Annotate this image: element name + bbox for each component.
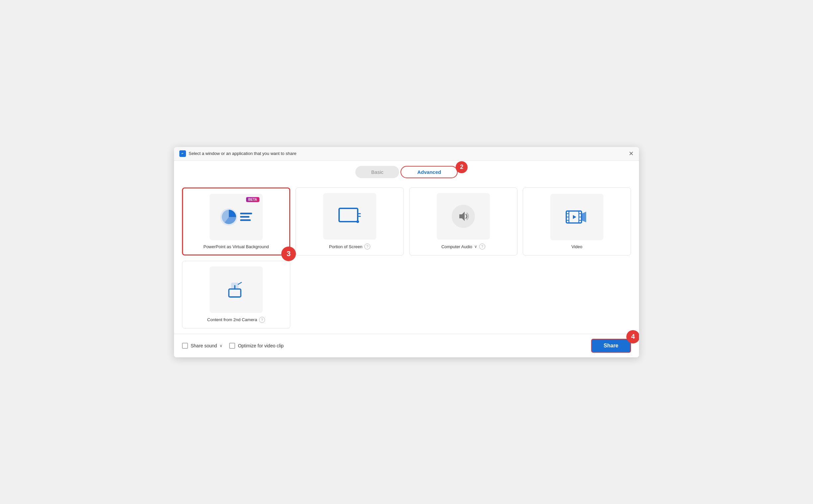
badge-4: 4 <box>627 330 639 343</box>
title-bar-left: Select a window or an application that y… <box>179 150 296 157</box>
footer-left: Share sound ∨ Optimize for video clip <box>182 343 284 349</box>
badge-3: 3 <box>281 247 296 261</box>
beta-badge: BETA <box>246 197 259 202</box>
zoom-logo-icon <box>179 150 186 157</box>
svg-point-5 <box>356 220 359 223</box>
card-powerpoint[interactable]: BETA <box>182 187 290 255</box>
svg-marker-16 <box>573 215 576 219</box>
svg-point-0 <box>181 151 185 156</box>
title-bar: Select a window or an application that y… <box>174 147 639 161</box>
app-window: Select a window or an application that y… <box>174 147 639 357</box>
tab-advanced[interactable]: Advanced <box>401 166 458 178</box>
card-icon-powerpoint: BETA <box>210 194 263 240</box>
svg-line-22 <box>238 282 242 284</box>
bars-icon <box>240 213 252 221</box>
svg-marker-6 <box>459 212 465 221</box>
close-button[interactable]: ✕ <box>629 151 634 157</box>
card-2nd-camera[interactable]: Content from 2nd Camera ? <box>182 261 290 328</box>
card-label-video: Video <box>571 244 582 249</box>
card-label-screen: Portion of Screen ? <box>329 244 370 250</box>
powerpoint-icon <box>220 208 252 226</box>
audio-circle <box>452 205 475 228</box>
share-sound-checkbox[interactable] <box>182 343 188 349</box>
tab-basic[interactable]: Basic <box>355 166 400 178</box>
share-button-wrapper: Share 4 <box>591 339 631 353</box>
help-icon-audio[interactable]: ? <box>479 244 485 250</box>
card-label-2nd-camera: Content from 2nd Camera ? <box>207 317 265 323</box>
cards-row-1: BETA <box>182 187 631 255</box>
tab-wrapper: Basic Advanced 2 <box>355 166 458 178</box>
svg-rect-18 <box>229 289 241 297</box>
window-title: Select a window or an application that y… <box>188 151 296 156</box>
help-icon-screen[interactable]: ? <box>364 244 370 250</box>
svg-marker-17 <box>581 212 586 222</box>
card-icon-video <box>550 194 603 240</box>
share-sound-dropdown-icon[interactable]: ∨ <box>220 343 223 348</box>
svg-rect-21 <box>232 283 238 289</box>
card-video[interactable]: Video <box>523 187 631 255</box>
share-button[interactable]: Share <box>591 339 631 353</box>
card-label-powerpoint: PowerPoint as Virtual Background <box>203 244 269 249</box>
chevron-icon-audio[interactable]: ∨ <box>474 244 477 249</box>
optimize-label[interactable]: Optimize for video clip <box>229 343 284 349</box>
help-icon-2nd-camera[interactable]: ? <box>259 317 265 323</box>
cards-row-2: Content from 2nd Camera ? <box>182 261 631 328</box>
card-computer-audio[interactable]: Computer Audio ∨ ? <box>409 187 517 255</box>
footer: Share sound ∨ Optimize for video clip Sh… <box>174 334 639 357</box>
card-icon-2nd-camera <box>210 266 263 313</box>
card-label-audio: Computer Audio ∨ ? <box>441 244 485 250</box>
svg-rect-2 <box>339 208 358 222</box>
card-icon-audio <box>437 193 490 240</box>
badge-2: 2 <box>456 161 468 173</box>
optimize-checkbox[interactable] <box>229 343 235 349</box>
share-sound-label[interactable]: Share sound ∨ <box>182 343 223 349</box>
card-portion-of-screen[interactable]: Portion of Screen ? <box>296 187 404 255</box>
card-icon-screen <box>323 193 376 240</box>
tab-bar: Basic Advanced 2 <box>174 161 639 182</box>
content-area: BETA <box>174 182 639 334</box>
